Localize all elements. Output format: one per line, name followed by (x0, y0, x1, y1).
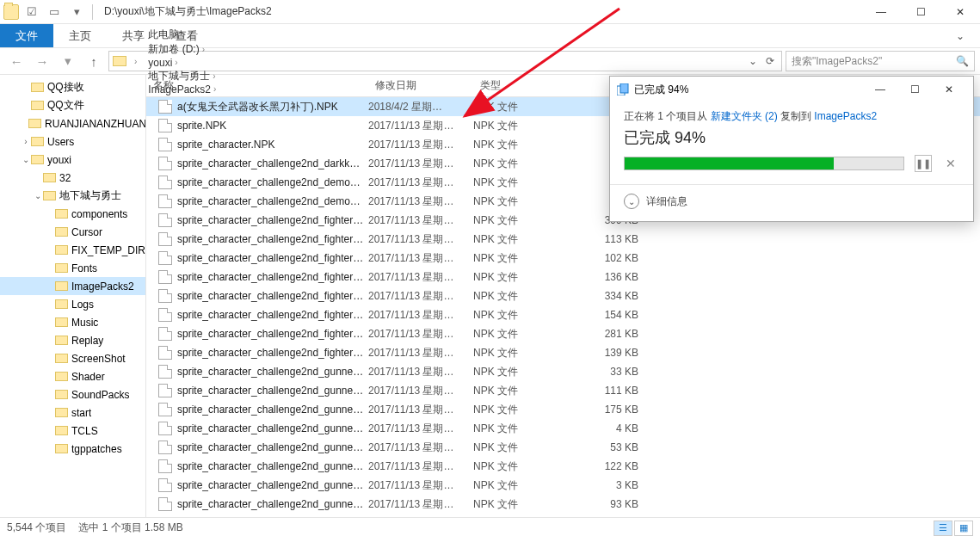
tree-item[interactable]: QQ接收 (0, 78, 145, 96)
expand-icon[interactable]: ⌄ (21, 155, 31, 164)
view-details-button[interactable]: ☰ (934, 521, 952, 536)
file-row[interactable]: sprite_character_challenge2nd_gunne…2017… (146, 495, 980, 514)
search-input[interactable]: 搜索"ImagePacks2" 🔍 (786, 51, 975, 71)
dialog-minimize-button[interactable]: — (863, 77, 897, 102)
tree-item[interactable]: SoundPacks (0, 385, 145, 404)
tab-home[interactable]: 主页 (53, 24, 107, 47)
col-type[interactable]: 类型 (473, 78, 576, 93)
tree-item[interactable]: ImagePacks2 (0, 277, 145, 295)
chevron-right-icon[interactable]: › (132, 57, 139, 66)
file-row[interactable]: sprite_character_challenge2nd_gunne…2017… (146, 362, 980, 381)
chevron-right-icon[interactable]: › (179, 30, 187, 40)
ribbon-expand-icon[interactable]: ⌄ (940, 24, 980, 47)
tree-item[interactable]: ⌄地下城与勇士 (0, 187, 145, 205)
col-date[interactable]: 修改日期 (368, 78, 473, 93)
file-size: 334 KB (576, 290, 645, 302)
file-name: sprite_character_challenge2nd_gunne… (177, 422, 368, 434)
expand-icon[interactable]: ⌄ (33, 191, 43, 200)
tree-item[interactable]: ›Users (0, 132, 145, 151)
breadcrumb-segment[interactable]: 新加卷 (D:) (148, 42, 199, 57)
qat-dropdown-icon[interactable]: ▾ (67, 5, 86, 18)
minimize-button[interactable]: — (861, 0, 901, 24)
close-button[interactable]: ✕ (940, 0, 980, 24)
tree-item[interactable]: tgppatches (0, 440, 145, 458)
dest-link[interactable]: ImagePacks2 (814, 110, 877, 122)
back-button[interactable]: ← (5, 51, 28, 71)
pause-button[interactable]: ❚❚ (915, 155, 932, 172)
tree-item[interactable]: Replay (0, 331, 145, 349)
tab-file[interactable]: 文件 (0, 24, 53, 47)
details-toggle[interactable]: ⌄ 详细信息 (624, 194, 959, 209)
file-name: sprite_character.NPK (177, 139, 368, 151)
tree-label: QQ接收 (47, 80, 84, 95)
tree-item[interactable]: Cursor (0, 223, 145, 241)
view-icons-button[interactable]: ▦ (954, 521, 973, 536)
recent-dropdown-icon[interactable]: ▾ (57, 51, 79, 71)
file-name: sprite_character_challenge2nd_fighter… (177, 214, 368, 226)
expand-icon[interactable]: › (21, 137, 31, 146)
tree-item[interactable]: FIX_TEMP_DIR (0, 241, 145, 259)
file-type: NPK 文件 (473, 213, 576, 228)
refresh-icon[interactable]: ⟳ (766, 55, 774, 67)
source-link[interactable]: 新建文件夹 (2) (711, 110, 778, 122)
checkbox-icon[interactable]: ☑ (22, 5, 41, 18)
dialog-close-button[interactable]: ✕ (932, 77, 966, 102)
file-row[interactable]: sprite_character_challenge2nd_fighter…20… (146, 286, 980, 305)
tree-item[interactable]: Shader (0, 367, 145, 385)
file-row[interactable]: sprite_character_challenge2nd_fighter…20… (146, 268, 980, 286)
tree-label: ImagePacks2 (71, 280, 134, 293)
tree-item[interactable]: ⌄youxi (0, 151, 145, 169)
file-size: 33 KB (576, 366, 645, 378)
folder-tree[interactable]: QQ接收QQ文件RUANJIANANZHUANG›Users⌄youxi32⌄地… (0, 75, 146, 517)
tree-item[interactable]: TCLS (0, 422, 145, 440)
progress-label: 已完成 94% (624, 127, 959, 148)
window-controls: — ☐ ✕ (861, 0, 980, 24)
tree-item[interactable]: Fonts (0, 259, 145, 277)
tree-label: TCLS (71, 425, 98, 437)
tree-item[interactable]: QQ文件 (0, 96, 145, 114)
folder-icon (55, 317, 68, 327)
file-row[interactable]: sprite_character_challenge2nd_gunne…2017… (146, 476, 980, 495)
col-name[interactable]: 名称 (146, 78, 368, 93)
file-type: NPK 文件 (473, 232, 576, 247)
cancel-button[interactable]: ✕ (942, 157, 959, 170)
file-type: NPK 文件 (473, 270, 576, 285)
file-row[interactable]: sprite_character_challenge2nd_fighter…20… (146, 343, 980, 362)
tree-label: SoundPacks (71, 389, 129, 401)
tree-item[interactable]: ScreenShot (0, 349, 145, 367)
tree-item[interactable]: start (0, 404, 145, 422)
tree-item[interactable]: components (0, 205, 145, 223)
chevron-right-icon[interactable]: › (172, 58, 180, 67)
chevron-right-icon[interactable]: › (200, 45, 207, 54)
breadcrumb-segment[interactable]: youxi (148, 57, 172, 69)
search-icon[interactable]: 🔍 (956, 55, 969, 67)
maximize-button[interactable]: ☐ (901, 0, 940, 24)
file-name: a(女鬼天全武器改长黑刀补丁).NPK (177, 100, 368, 114)
file-row[interactable]: sprite_character_challenge2nd_fighter…20… (146, 230, 980, 249)
tree-item[interactable]: Music (0, 313, 145, 331)
forward-button[interactable]: → (31, 51, 53, 71)
tree-item[interactable]: RUANJIANANZHUANG (0, 114, 145, 132)
file-row[interactable]: sprite_character_challenge2nd_fighter…20… (146, 305, 980, 324)
file-date: 2017/11/13 星期… (368, 384, 473, 398)
dialog-titlebar[interactable]: 已完成 94% — ☐ ✕ (610, 77, 973, 102)
file-row[interactable]: sprite_character_challenge2nd_fighter…20… (146, 324, 980, 343)
folder-icon (55, 372, 68, 381)
file-row[interactable]: sprite_character_challenge2nd_gunne…2017… (146, 400, 980, 419)
address-bar[interactable]: › 此电脑›新加卷 (D:)›youxi›地下城与勇士›ImagePacks2›… (108, 51, 782, 71)
breadcrumb-segment[interactable]: 此电脑 (148, 28, 179, 42)
file-row[interactable]: sprite_character_challenge2nd_gunne…2017… (146, 381, 980, 400)
properties-icon[interactable]: ▭ (45, 5, 64, 18)
tree-item[interactable]: Logs (0, 295, 145, 313)
file-row[interactable]: sprite_character_challenge2nd_gunne…2017… (146, 438, 980, 457)
separator (92, 4, 93, 20)
file-row[interactable]: sprite_character_challenge2nd_gunne…2017… (146, 419, 980, 438)
dialog-maximize-button[interactable]: ☐ (897, 77, 932, 102)
file-row[interactable]: sprite_character_challenge2nd_gunne…2017… (146, 457, 980, 476)
address-dropdown-icon[interactable]: ⌄ (749, 55, 757, 67)
folder-icon (113, 56, 126, 66)
file-size: 154 KB (576, 309, 645, 321)
file-row[interactable]: sprite_character_challenge2nd_fighter…20… (146, 249, 980, 268)
up-button[interactable]: ↑ (83, 51, 105, 71)
tree-item[interactable]: 32 (0, 169, 145, 187)
